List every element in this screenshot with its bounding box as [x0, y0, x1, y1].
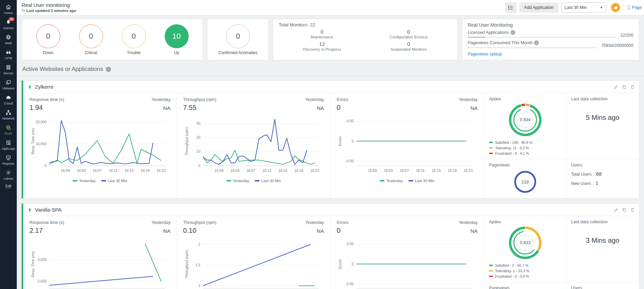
status-anomalies[interactable]: 0 Confirmed Anomalies — [218, 24, 257, 55]
sidebar-item-admin[interactable]: Admin — [0, 168, 17, 183]
apdex-legend: Satisfied - 199 - 90.9 %Tolerating- 11 -… — [489, 140, 561, 155]
metric-value: 1.94 — [29, 104, 43, 112]
svg-text:Resp. Time (ms): Resp. Time (ms) — [31, 251, 35, 277]
promo-icon[interactable] — [610, 2, 621, 13]
svg-text:16:07: 16:07 — [93, 168, 102, 173]
app-card-zylkerre: Zylkerre Response time (s)Yesterday 1.94… — [22, 80, 639, 199]
sidebar-item-label: RUM — [4, 131, 12, 135]
svg-text:20,000: 20,000 — [36, 120, 47, 124]
apdex-legend-item: Frustrated - 0 - 0.0 % — [489, 274, 561, 278]
anomalies-count: 0 — [226, 24, 250, 48]
pageviews-consumed-value: 75934/20000000 — [601, 43, 633, 48]
legend-label: Frustrated - 0 - 0.0 % — [495, 274, 529, 278]
svg-text:0.05: 0.05 — [347, 119, 354, 123]
sidebar-item-alarms[interactable]: 86 Alarms — [0, 17, 17, 32]
info-icon[interactable]: i — [534, 40, 539, 45]
list-view-icon — [508, 5, 513, 10]
megaphone-icon — [613, 5, 618, 10]
stat-label: Discovery in Progress — [279, 47, 365, 51]
status-up[interactable]: 10 Up — [165, 24, 189, 55]
info-icon[interactable]: i — [106, 67, 111, 72]
compare-value: NA — [317, 105, 324, 111]
add-application-button[interactable]: Add Application — [519, 2, 558, 13]
app-name-link[interactable]: Vanilla-SPA — [35, 207, 62, 213]
svg-text:-0.05: -0.05 — [345, 159, 354, 163]
svg-text:4,000: 4,000 — [38, 257, 47, 262]
legend-swatch — [73, 180, 77, 181]
svg-text:16:19: 16:19 — [141, 168, 150, 173]
anomalies-label: Confirmed Anomalies — [218, 50, 257, 55]
refresh-icon[interactable]: ↻ — [22, 8, 25, 13]
edit-pencil-icon[interactable] — [614, 208, 618, 212]
apdex-cell: Apdex 0.833 Satisfied - 2 - 66.7 %Tolera… — [484, 216, 566, 282]
compare-label: Yesterday — [152, 220, 171, 225]
up-label: Up — [174, 50, 179, 55]
svg-text:1.5: 1.5 — [195, 263, 200, 267]
sidebar-item-label: AppLogs — [2, 147, 15, 150]
rum-dashboard: Home 86 Alarms Web APM Server VMware Clo… — [0, 0, 644, 289]
monitor-stat: 12 Discovery in Progress — [279, 41, 365, 51]
last-updated: ↻ Last updated 3 minutes ago — [22, 8, 76, 13]
apdex-legend-item: Tolerating- 1 - 33.3 % — [489, 269, 561, 273]
svg-text:0.05: 0.05 — [347, 242, 354, 246]
licensed-apps-progress — [468, 37, 616, 38]
monitors-grid: 0 Maintenance 0 Configuration Error(s) 1… — [279, 29, 452, 51]
stat-value: 0 — [365, 29, 452, 35]
page-tips-link[interactable]: Page — [627, 5, 642, 10]
list-view-button[interactable] — [505, 2, 517, 13]
pageviews-splitup-link[interactable]: Pageviews splitup — [468, 52, 502, 56]
vmware-icon — [5, 79, 11, 85]
stat-value: 0 — [279, 29, 365, 35]
sidebar-item-vmware[interactable]: VMware — [0, 77, 17, 92]
legend-swatch — [489, 270, 493, 272]
status-trouble[interactable]: 0 Trouble — [122, 24, 146, 55]
total-monitors-title: Total Monitors: 22 — [279, 22, 452, 27]
apdex-title: Apdex — [489, 97, 561, 101]
page-heading: Real User monitoring ↻ Last updated 3 mi… — [22, 2, 76, 13]
sidebar-item-reports[interactable]: Reports — [0, 153, 17, 168]
server-icon — [5, 64, 11, 70]
sidebar-item-web[interactable]: Web — [0, 32, 17, 47]
svg-text:Errors: Errors — [338, 259, 342, 269]
app-name-link[interactable]: Zylkerre — [35, 84, 53, 90]
status-critical[interactable]: 0 Critical — [79, 24, 103, 55]
sidebar-item-home[interactable]: Home — [0, 2, 17, 17]
svg-text:16:11: 16:11 — [416, 168, 425, 173]
delete-trash-icon[interactable] — [630, 85, 635, 89]
svg-text:16:23: 16:23 — [464, 168, 473, 173]
legend-label: Last 30 Min — [108, 179, 127, 183]
sidebar-item-label: Alarms — [3, 26, 14, 30]
sidebar-item-cloud[interactable]: Cloud — [0, 92, 17, 108]
delete-trash-icon[interactable] — [630, 208, 635, 212]
card-actions — [614, 85, 635, 89]
sidebar-edit-link[interactable]: Edit — [5, 184, 11, 189]
sidebar-item-server[interactable]: Server — [0, 62, 17, 77]
last-updated-text: Last updated 3 minutes ago — [26, 9, 76, 13]
total-users-label: Total Users : — [571, 172, 594, 177]
sidebar-item-apm[interactable]: APM — [0, 47, 17, 62]
metric-title: Errors — [337, 97, 348, 102]
legend-label: Satisfied - 2 - 66.7 % — [495, 263, 528, 267]
sidebar-item-applogs[interactable]: AppLogs — [0, 138, 17, 153]
sidebar-item-label: Home — [4, 11, 13, 15]
time-range-value: Last 30 Min — [565, 5, 587, 10]
copy-icon[interactable] — [622, 208, 627, 212]
compare-label: Yesterday — [305, 220, 324, 225]
metric-title: Response time (s) — [29, 97, 64, 102]
info-icon[interactable]: i — [510, 30, 515, 35]
sidebar-item-rum[interactable]: RUM — [0, 123, 17, 138]
legend-swatch — [408, 180, 413, 181]
summary-row: 0 Down 0 Critical 0 Trouble 10 Up — [22, 19, 639, 60]
copy-icon[interactable] — [622, 85, 627, 89]
legend-swatch — [489, 265, 493, 266]
svg-text:16:11: 16:11 — [262, 168, 271, 173]
edit-pencil-icon[interactable] — [614, 85, 618, 89]
chart-legend: YesterdayLast 30 Min — [183, 179, 324, 184]
binoculars-icon — [5, 49, 11, 55]
status-down[interactable]: 0 Down — [36, 24, 60, 55]
time-range-select[interactable]: Last 30 Min ▼ — [561, 2, 606, 13]
trouble-label: Trouble — [127, 50, 140, 55]
chevron-down-icon: ▼ — [600, 6, 603, 9]
sidebar-item-network[interactable]: Network — [0, 108, 17, 123]
legend-item: Last 30 Min — [408, 179, 434, 183]
